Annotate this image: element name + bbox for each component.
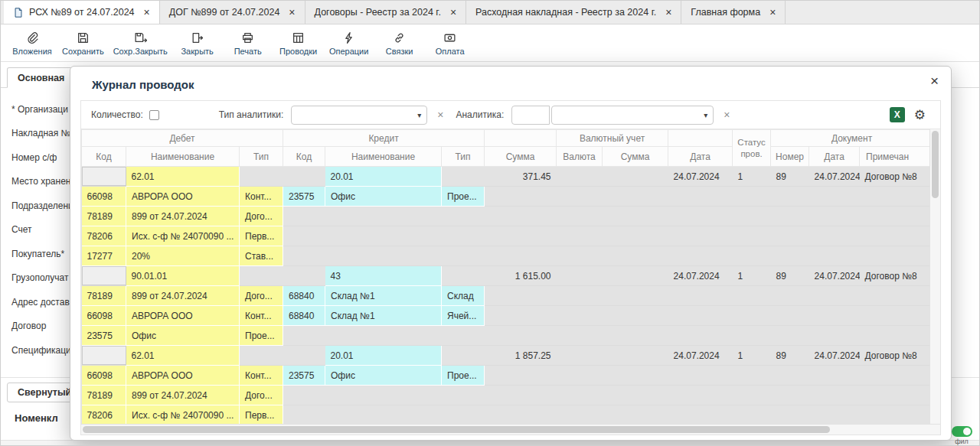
cell-credit-name[interactable]	[325, 226, 442, 246]
cell-credit-code[interactable]	[283, 226, 325, 246]
cell-doc-number[interactable]: 89	[771, 167, 809, 187]
cell-credit-type[interactable]	[442, 405, 485, 425]
cell-status[interactable]: 1	[733, 346, 771, 366]
cell-note[interactable]	[860, 326, 929, 346]
cell-currency[interactable]	[557, 246, 603, 266]
cell-currency-sum[interactable]	[603, 266, 668, 286]
tab-close-icon[interactable]: ×	[450, 7, 456, 18]
cell-currency[interactable]	[557, 226, 603, 246]
clear-analytics-icon[interactable]: ×	[724, 109, 730, 121]
cell-currency[interactable]	[557, 286, 603, 306]
cell-date[interactable]	[668, 187, 733, 207]
cell-credit-type[interactable]	[442, 226, 485, 246]
cell-currency[interactable]	[557, 306, 603, 326]
cell-debit-name[interactable]: Исх. с-ф № 24070090 ...	[126, 226, 240, 246]
cell-date[interactable]	[668, 226, 733, 246]
cell-currency[interactable]	[557, 405, 603, 425]
cell-debit-type[interactable]: Конт...	[240, 187, 283, 207]
analytics-type-select[interactable]: ▾	[291, 106, 427, 125]
analytics-code-input[interactable]	[511, 106, 550, 125]
cell-doc-date[interactable]	[809, 226, 860, 246]
cell-doc-number[interactable]	[771, 246, 809, 266]
cell-doc-number[interactable]	[771, 187, 809, 207]
tab-close-icon[interactable]: ×	[665, 7, 671, 18]
cell-note[interactable]	[860, 187, 929, 207]
cell-credit-type[interactable]	[442, 326, 485, 346]
cell-sum[interactable]	[485, 246, 557, 266]
cell-debit-type[interactable]	[240, 167, 283, 187]
tab-close-icon[interactable]: ×	[289, 7, 295, 18]
cell-debit-name[interactable]: 899 от 24.07.2024	[126, 386, 240, 405]
posting-row[interactable]: 62.0120.01371.4524.07.202418924.07.2024Д…	[82, 167, 930, 187]
cell-status[interactable]	[733, 306, 771, 326]
cell-currency[interactable]	[557, 167, 603, 187]
analytics-select[interactable]: ▾	[551, 106, 714, 125]
cell-debit-code[interactable]: 78189	[82, 207, 126, 226]
cell-debit-code[interactable]: 66098	[82, 306, 126, 326]
cell-credit-code[interactable]	[283, 266, 325, 286]
analytics-row[interactable]: 1727720%Став...	[82, 246, 930, 266]
cell-status[interactable]	[733, 386, 771, 405]
analytics-row[interactable]: 23575ОфисПрое...	[82, 326, 930, 346]
cell-doc-date[interactable]	[809, 405, 860, 425]
links-button[interactable]: Связки	[374, 28, 425, 58]
cell-doc-date[interactable]	[809, 246, 860, 266]
cell-credit-code[interactable]: 23575	[283, 187, 325, 207]
cell-credit-account[interactable]: 20.01	[325, 346, 442, 366]
payment-button[interactable]: Оплата	[425, 28, 475, 58]
cell-credit-type[interactable]	[442, 346, 485, 366]
clear-analytics-type-icon[interactable]: ×	[437, 109, 443, 121]
cell-date[interactable]: 24.07.2024	[668, 167, 733, 187]
horizontal-scrollbar-thumb[interactable]	[83, 426, 830, 433]
form-tab-main[interactable]: Основная	[7, 67, 75, 88]
cell-date[interactable]	[668, 306, 733, 326]
cell-credit-type[interactable]	[442, 167, 485, 187]
attachments-button[interactable]: Вложения	[7, 28, 57, 58]
cell-status[interactable]	[733, 187, 771, 207]
cell-debit-name[interactable]: Исх. с-ф № 24070090 ...	[126, 405, 240, 425]
cell-credit-type[interactable]	[442, 246, 485, 266]
cell-doc-number[interactable]	[771, 207, 809, 226]
analytics-row[interactable]: 78206Исх. с-ф № 24070090 ...Перв...	[82, 226, 930, 246]
cell-credit-code[interactable]: 68840	[283, 306, 325, 326]
cell-credit-code[interactable]	[283, 167, 325, 187]
cell-currency-sum[interactable]	[603, 366, 668, 386]
analytics-row[interactable]: 78189899 от 24.07.2024Дого...68840Склад …	[82, 286, 930, 306]
print-button[interactable]: Печать	[223, 28, 273, 58]
cell-debit-code[interactable]	[82, 266, 126, 286]
cell-note[interactable]	[860, 226, 929, 246]
cell-doc-number[interactable]	[771, 366, 809, 386]
cell-currency-sum[interactable]	[603, 326, 668, 346]
cell-note[interactable]	[860, 405, 929, 425]
cell-sum[interactable]	[485, 326, 557, 346]
excel-export-button[interactable]: X	[890, 107, 905, 122]
cell-doc-number[interactable]	[771, 386, 809, 405]
vertical-scrollbar[interactable]	[929, 129, 940, 424]
vertical-scrollbar-thumb[interactable]	[932, 131, 939, 198]
cell-debit-name[interactable]: АВРОРА ООО	[126, 366, 240, 386]
analytics-row[interactable]: 66098АВРОРА ОООКонт...68840Склад №1Ячей.…	[82, 306, 930, 326]
cell-sum[interactable]	[485, 207, 557, 226]
cell-credit-name[interactable]	[325, 207, 442, 226]
cell-currency-sum[interactable]	[603, 167, 668, 187]
cell-debit-type[interactable]: Став...	[240, 246, 283, 266]
cell-sum[interactable]	[485, 405, 557, 425]
analytics-row[interactable]: 78189899 от 24.07.2024Дого...	[82, 207, 930, 226]
cell-doc-number[interactable]: 89	[771, 266, 809, 286]
cell-debit-type[interactable]	[240, 266, 283, 286]
window-tab-2[interactable]: ДОГ №899 от 24.07.2024×	[160, 1, 305, 24]
window-tab-3[interactable]: Договоры - Реестр за 2024 г.×	[305, 1, 467, 24]
cell-currency-sum[interactable]	[603, 306, 668, 326]
cell-currency[interactable]	[557, 366, 603, 386]
analytics-row[interactable]: 78189899 от 24.07.2024Дого...	[82, 386, 930, 405]
cell-doc-date[interactable]	[809, 366, 860, 386]
cell-currency-sum[interactable]	[603, 346, 668, 366]
cell-sum[interactable]	[485, 226, 557, 246]
cell-debit-code[interactable]: 78189	[82, 286, 126, 306]
cell-doc-number[interactable]	[771, 226, 809, 246]
cell-date[interactable]	[668, 386, 733, 405]
save-button[interactable]: Сохранить	[57, 28, 109, 58]
cell-debit-code[interactable]	[82, 346, 126, 366]
analytics-row[interactable]: 66098АВРОРА ОООКонт...23575ОфисПрое...	[82, 366, 930, 386]
cell-debit-code[interactable]: 66098	[82, 366, 126, 386]
